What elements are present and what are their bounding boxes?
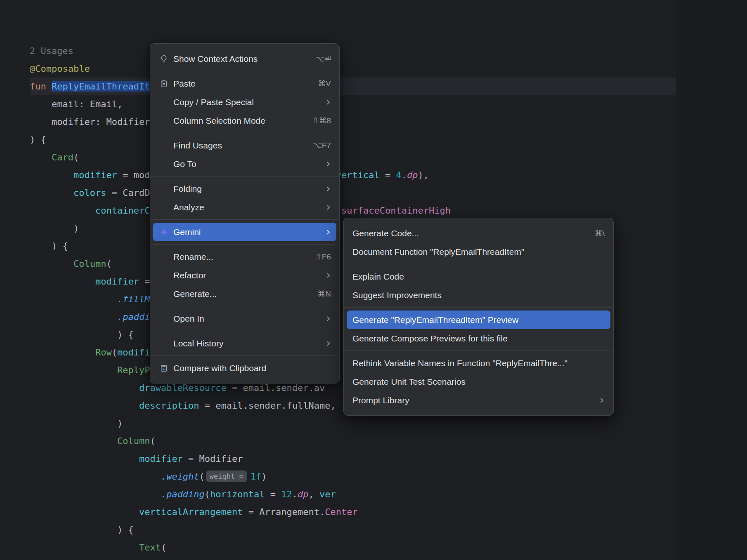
code-token: ( — [73, 152, 79, 162]
icon-spacer — [158, 159, 169, 169]
menu-item-label: Generate Compose Previews for this file — [352, 334, 605, 344]
code-line: ) { — [30, 131, 676, 148]
code-token: horizontal — [210, 489, 265, 499]
menu-separator — [150, 355, 339, 356]
menu-item-label: Compare with Clipboard — [173, 363, 331, 373]
submenu-chevron-icon — [325, 161, 331, 167]
menu-item-label: Explain Code — [352, 272, 605, 282]
code-token: = email.sender.fullName, — [199, 400, 336, 411]
code-line: ) — [30, 414, 676, 432]
menu-item-go-to[interactable]: Go To — [153, 155, 336, 173]
code-token: email: Email, — [30, 99, 123, 109]
code-token — [30, 400, 139, 411]
code-line: colors = CardDefaults.cardColors( — [30, 184, 676, 202]
code-line: modifier: Modifier = Modifier — [30, 113, 676, 131]
menu-item-paste[interactable]: Paste⌘V — [153, 74, 336, 93]
menu-item-label: Open In — [173, 314, 311, 324]
code-token — [30, 542, 139, 553]
menu-item-label: Generate Code... — [352, 228, 581, 238]
code-token: ver — [319, 489, 336, 499]
icon-spacer — [158, 97, 169, 108]
menu-item-label: Prompt Library — [352, 395, 585, 405]
menu-item-label: Generate "ReplyEmailThreadItem" Preview — [352, 315, 605, 325]
code-token: Center — [325, 507, 357, 517]
code-token: 2 Usages — [30, 46, 73, 56]
menu-item-rename[interactable]: Rename...⇧F6 — [153, 247, 336, 266]
menu-item-analyze[interactable]: Analyze — [153, 198, 336, 216]
submenu-chevron-icon — [325, 205, 331, 210]
icon-spacer — [158, 270, 169, 281]
submenu-chevron-icon — [325, 229, 331, 235]
menu-item-rethink-variable-names-in-function-replyemailthre[interactable]: Rethink Variable Names in Function "Repl… — [347, 354, 610, 372]
menu-item-suggest-improvements[interactable]: Suggest Improvements — [347, 286, 610, 304]
code-token: dp — [407, 170, 418, 180]
icon-spacer — [158, 252, 169, 262]
code-token — [30, 205, 95, 216]
code-token: Card — [52, 152, 73, 162]
code-token: drawableResource — [139, 383, 227, 393]
menu-item-label: Find Usages — [173, 141, 299, 151]
code-token: ) { — [30, 241, 68, 251]
gemini-submenu: Generate Code...⌘\Document Function "Rep… — [343, 218, 614, 416]
code-line: Column( — [30, 432, 676, 450]
code-token: ) { — [30, 134, 46, 145]
code-token: 1f — [251, 471, 262, 482]
menu-item-generate-unit-test-scenarios[interactable]: Generate Unit Test Scenarios — [347, 372, 610, 391]
menu-item-find-usages[interactable]: Find Usages⌥F7 — [153, 136, 336, 155]
code-token: ( — [112, 347, 117, 358]
menu-item-generate-code[interactable]: Generate Code...⌘\ — [347, 224, 610, 242]
code-token — [30, 383, 139, 393]
menu-item-compare-with-clipboard[interactable]: Compare with Clipboard — [153, 359, 336, 377]
code-token: , — [309, 489, 320, 499]
code-token: Row — [95, 347, 112, 358]
code-token: = email.sender.av — [227, 383, 325, 393]
menu-separator — [344, 351, 613, 351]
compare-clipboard-icon — [158, 363, 169, 374]
code-token — [30, 170, 73, 180]
menu-item-copy-paste-special[interactable]: Copy / Paste Special — [153, 93, 336, 111]
code-token: modifier — [139, 454, 183, 464]
menu-item-label: Go To — [173, 159, 311, 169]
menu-item-folding[interactable]: Folding — [153, 179, 336, 198]
menu-item-prompt-library[interactable]: Prompt Library — [347, 391, 610, 409]
menu-item-refactor[interactable]: Refactor — [153, 266, 336, 285]
code-token: = Arrangement. — [243, 507, 325, 517]
menu-item-generate-replyemailthreaditem-preview[interactable]: Generate "ReplyEmailThreadItem" Preview — [347, 311, 610, 329]
code-line: @Composable — [30, 60, 676, 78]
code-token: = Modifier — [183, 454, 243, 464]
icon-spacer — [158, 338, 169, 349]
code-token — [30, 347, 95, 358]
menu-item-explain-code[interactable]: Explain Code — [347, 267, 610, 286]
code-token: 4 — [396, 170, 401, 180]
submenu-chevron-icon — [325, 316, 331, 322]
code-line: verticalArrangement = Arrangement.Center — [30, 503, 676, 521]
code-line: .padding(horizontal = 12.dp, ver — [30, 485, 676, 503]
menu-item-document-function-replyemailthreaditem[interactable]: Document Function "ReplyEmailThreadItem" — [347, 242, 610, 261]
menu-item-gemini[interactable]: Gemini — [153, 223, 336, 241]
code-token — [30, 276, 95, 287]
menu-item-column-selection-mode[interactable]: Column Selection Mode⇧⌘8 — [153, 111, 336, 130]
paste-icon — [158, 78, 169, 89]
code-token: ( — [161, 542, 166, 553]
code-token: modifier — [95, 276, 139, 287]
menu-item-label: Generate Unit Test Scenarios — [352, 377, 605, 387]
menu-item-label: Rename... — [173, 252, 301, 262]
menu-item-generate-compose-previews-for-this-file[interactable]: Generate Compose Previews for this file — [347, 329, 610, 348]
menu-item-label: Generate... — [173, 289, 303, 299]
code-token: ) — [30, 223, 79, 233]
code-token: . — [292, 489, 298, 499]
menu-separator — [344, 307, 613, 308]
code-token: ( — [199, 471, 205, 482]
menu-separator — [150, 219, 339, 220]
code-token: @Composable — [30, 64, 90, 74]
code-line: .weight(weight =1f) — [30, 468, 676, 485]
icon-spacer — [158, 202, 169, 213]
menu-item-show-context-actions[interactable]: Show Context Actions⌥⏎ — [153, 49, 336, 68]
code-token — [30, 188, 73, 198]
menu-item-open-in[interactable]: Open In — [153, 309, 336, 328]
menu-item-generate[interactable]: Generate...⌘N — [153, 285, 336, 303]
menu-item-label: Rethink Variable Names in Function "Repl… — [352, 358, 605, 368]
editor-right-gutter — [676, 0, 747, 560]
menu-item-local-history[interactable]: Local History — [153, 334, 336, 353]
menu-separator — [150, 71, 339, 71]
